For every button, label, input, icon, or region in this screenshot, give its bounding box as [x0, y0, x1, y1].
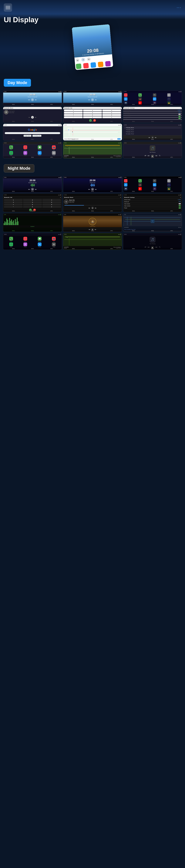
app-item[interactable]: 📞 Phone: [4, 237, 18, 242]
prev-button[interactable]: ⏮: [76, 58, 80, 62]
play-icon[interactable]: ⏸: [91, 207, 94, 209]
key-hash[interactable]: #: [42, 206, 61, 208]
app-item[interactable]: ⚙ Settings: [47, 151, 61, 156]
app-phone-icon[interactable]: 📞: [138, 93, 142, 97]
app-bt-icon[interactable]: BT: [153, 97, 156, 101]
key-7[interactable]: 7: [64, 114, 83, 116]
next-icon[interactable]: ⏭: [95, 99, 97, 101]
play-icon[interactable]: ⏸: [91, 98, 94, 101]
app-item[interactable]: 🎙 Podcast: [19, 243, 32, 247]
app-item[interactable]: 🎵 Music: [19, 237, 32, 242]
app-icon[interactable]: 🚗: [138, 97, 142, 101]
play-button[interactable]: ⏸: [81, 58, 85, 62]
app-icon[interactable]: [83, 63, 89, 68]
app-phone-icon[interactable]: 📞: [138, 179, 142, 183]
app-icon[interactable]: 📱: [167, 183, 171, 186]
key-star[interactable]: *: [4, 206, 23, 208]
ellipsis-button[interactable]: ···: [177, 5, 181, 10]
app-item[interactable]: 💬 Messages: [33, 145, 47, 150]
app-icon[interactable]: 🗺: [124, 187, 127, 190]
app-icon[interactable]: 📷: [153, 93, 156, 97]
list-item[interactable]: ♪ 平果_歌曲_108.mp4: [124, 131, 181, 133]
key-1[interactable]: 1: [4, 199, 23, 201]
app-item[interactable]: ⚙ Settings: [47, 243, 61, 247]
prev-icon[interactable]: ⏮: [149, 137, 150, 138]
app-telegram-icon[interactable]: ✈: [124, 97, 127, 101]
app-youtube-icon[interactable]: ▶: [138, 187, 142, 190]
app-item[interactable]: 📺 Video: [47, 237, 61, 242]
list-item[interactable]: ♪ 平果_歌曲_108.mp4: [124, 127, 181, 129]
app-icon[interactable]: 🚗: [138, 183, 142, 186]
key-star[interactable]: *: [64, 116, 83, 118]
app-icon[interactable]: [105, 61, 111, 67]
key-0[interactable]: 0: [83, 116, 102, 118]
app-item[interactable]: ✈ Telegram: [33, 243, 47, 247]
next-icon[interactable]: ⏭: [155, 137, 157, 138]
next-icon[interactable]: ⏭: [35, 117, 36, 118]
key-8[interactable]: 8: [23, 204, 42, 206]
power-toggle[interactable]: [178, 118, 181, 119]
app-item[interactable]: 🎧 Spotify: [4, 243, 18, 247]
next-icon[interactable]: ⏭: [35, 189, 36, 190]
key-4[interactable]: 4: [4, 202, 23, 203]
app-settings-icon[interactable]: ⚙: [167, 93, 171, 97]
key-3[interactable]: 3: [102, 110, 121, 112]
app-item[interactable]: 🎵 Music: [19, 145, 32, 150]
app-item[interactable]: 📺 Video: [47, 145, 61, 150]
google-search-box[interactable]: [5, 132, 60, 134]
next-button[interactable]: ⏭: [87, 57, 91, 61]
app-telegram-icon[interactable]: ✈: [124, 183, 127, 186]
lucky-btn[interactable]: I'm Feeling Lucky: [32, 135, 41, 137]
play-icon[interactable]: ⏸: [31, 98, 34, 101]
prev-icon[interactable]: ⏮: [28, 189, 30, 190]
auto-answer-toggle[interactable]: [178, 114, 181, 115]
key-hash[interactable]: #: [102, 116, 121, 118]
key-0[interactable]: 0: [23, 206, 42, 208]
key-1[interactable]: 1: [64, 110, 83, 112]
key-5[interactable]: 5: [23, 202, 42, 203]
app-icon[interactable]: 📱: [167, 97, 171, 101]
play-icon[interactable]: ⏸: [31, 116, 34, 119]
list-item[interactable]: ♪ 华为_歌曲_702.mp3: [124, 133, 181, 135]
app-icon[interactable]: [76, 64, 81, 69]
key-6[interactable]: 6: [102, 112, 121, 114]
power-toggle[interactable]: [179, 207, 181, 209]
app-icon[interactable]: [90, 62, 96, 68]
key-9[interactable]: 9: [102, 114, 121, 116]
menu-button[interactable]: [4, 3, 12, 12]
prev-icon[interactable]: ⏮: [28, 99, 30, 101]
prev-icon[interactable]: ⏮: [28, 117, 30, 118]
app-item[interactable]: 🎙 Podcast: [19, 151, 32, 156]
key-9[interactable]: 9: [42, 204, 61, 206]
app-item[interactable]: ✈ Telegram: [33, 151, 47, 156]
app-music-icon[interactable]: 🎵: [124, 93, 127, 97]
app-icon[interactable]: 📷: [153, 179, 156, 183]
prev-icon[interactable]: ⏮: [88, 99, 90, 101]
app-icon[interactable]: 🎬: [153, 187, 156, 190]
app-icon[interactable]: [98, 61, 103, 67]
app-settings-icon[interactable]: ⚙: [167, 179, 171, 183]
key-2[interactable]: 2: [23, 199, 42, 201]
app-item[interactable]: 📞 Phone: [4, 145, 18, 150]
auto-answer-toggle[interactable]: [179, 203, 181, 205]
key-4[interactable]: 4: [64, 112, 83, 114]
key-2[interactable]: 2: [83, 110, 102, 112]
key-6[interactable]: 6: [42, 202, 61, 203]
key-7[interactable]: 7: [4, 204, 23, 206]
prev-icon[interactable]: ⏮: [88, 207, 90, 209]
auto-connect-toggle[interactable]: [178, 116, 181, 117]
next-icon[interactable]: ⏭: [95, 207, 97, 209]
list-item[interactable]: ♪ 平果_歌曲_109.mp4: [124, 129, 181, 131]
auto-connect-toggle[interactable]: [179, 205, 181, 207]
key-5[interactable]: 5: [83, 112, 102, 114]
key-8[interactable]: 8: [83, 114, 102, 116]
app-music-icon[interactable]: 🎵: [124, 179, 127, 183]
google-search-btn[interactable]: Google Search: [24, 135, 31, 137]
app-item[interactable]: 💬 Messages: [33, 237, 47, 242]
app-bt-icon[interactable]: BT: [153, 183, 156, 186]
app-icon[interactable]: 📻: [167, 187, 171, 190]
key-3[interactable]: 3: [42, 199, 61, 201]
next-icon[interactable]: ⏭: [95, 189, 97, 190]
app-item[interactable]: 🎧 Spotify: [4, 151, 18, 156]
next-icon[interactable]: ⏭: [35, 99, 36, 101]
